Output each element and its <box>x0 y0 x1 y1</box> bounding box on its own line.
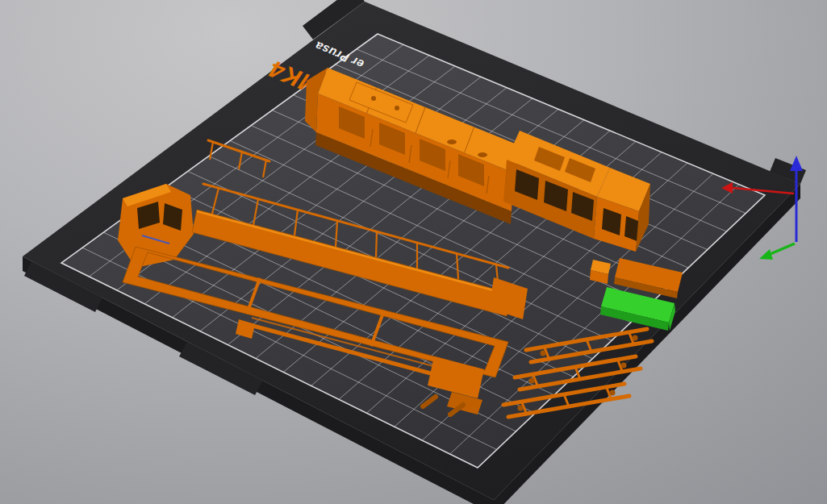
scene-svg[interactable]: MK4 er Prusa <box>0 0 827 504</box>
loco-roof-fan-2 <box>395 106 399 110</box>
small-box-model[interactable] <box>590 260 611 284</box>
loco-exhaust-1 <box>447 140 457 144</box>
axis-z-arrow <box>790 156 803 171</box>
axis-y-arrow <box>759 249 773 260</box>
loco-roof-fan-1 <box>371 96 376 101</box>
loco-exhaust-2 <box>478 152 487 157</box>
slicer-3d-viewport[interactable]: MK4 er Prusa <box>0 0 827 504</box>
